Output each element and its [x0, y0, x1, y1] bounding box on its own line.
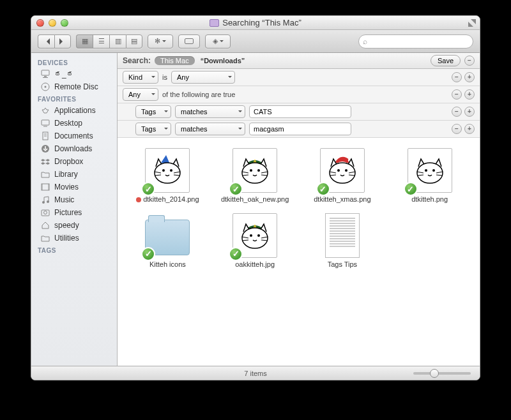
criteria-operator-dropdown[interactable]: matches: [175, 105, 245, 118]
add-criteria-button[interactable]: +: [464, 124, 475, 134]
main-pane: Search: This Mac“Downloads” Save − Kindi…: [118, 53, 480, 366]
fullscreen-icon[interactable]: [468, 19, 476, 27]
sidebar-item-documents[interactable]: Documents: [31, 130, 117, 142]
search-scope-bar: Search: This Mac“Downloads” Save −: [118, 53, 480, 69]
sidebar-item-dropbox[interactable]: Dropbox: [31, 155, 117, 168]
sidebar-item-label: Desktop: [54, 119, 82, 128]
sidebar-item-music[interactable]: Music: [31, 193, 117, 206]
sidebar-item-applications[interactable]: Applications: [31, 104, 117, 117]
result-item[interactable]: A✓dtkitteh_oak_new.png: [213, 146, 298, 207]
remove-criteria-button[interactable]: −: [452, 72, 462, 82]
sidebar-item-label: Remote Disc: [54, 82, 98, 91]
zoom-icon[interactable]: [61, 19, 68, 27]
criteria-operator-text: is: [162, 73, 167, 81]
sidebar-item-label: Utilities: [54, 234, 79, 243]
results-area[interactable]: ✓dtkitteh_2014.pngA✓dtkitteh_oak_new.png…: [118, 138, 480, 366]
remove-criteria-button[interactable]: −: [452, 89, 462, 100]
svg-point-17: [44, 211, 47, 214]
save-search-button[interactable]: Save: [431, 55, 461, 66]
back-button[interactable]: [38, 34, 54, 49]
search-icon: ⌕: [363, 37, 367, 46]
search-input[interactable]: [358, 34, 473, 49]
result-item[interactable]: Tags Tips: [300, 211, 385, 272]
sidebar-item-label: Movies: [54, 183, 79, 191]
title-bar[interactable]: Searching “This Mac”: [31, 16, 480, 30]
criteria-row: Tagsmatches−+: [118, 103, 480, 121]
svg-point-14: [42, 201, 45, 204]
svg-point-45: [425, 169, 427, 172]
svg-rect-12: [42, 184, 43, 190]
down-icon: [40, 144, 50, 154]
icon-size-slider[interactable]: [413, 372, 471, 375]
action-menu-button[interactable]: ✻: [148, 34, 173, 49]
criteria-value-input[interactable]: [249, 123, 351, 135]
svg-point-4: [45, 86, 47, 88]
svg-point-30: [257, 169, 260, 172]
add-criteria-button[interactable]: +: [464, 89, 475, 100]
sidebar-item-label: Applications: [54, 106, 96, 115]
coverflow-view-button[interactable]: ▤: [126, 34, 142, 49]
sidebar-item-downloads[interactable]: Downloads: [31, 142, 117, 155]
criteria-value-dropdown[interactable]: Any: [171, 71, 235, 84]
sidebar-item-pictures[interactable]: Pictures: [31, 206, 117, 219]
result-name: dtkitteh_oak_new.png: [221, 195, 289, 204]
close-icon[interactable]: [36, 19, 44, 27]
svg-point-19: [155, 163, 180, 183]
docs-icon: [40, 131, 50, 141]
tag-button[interactable]: [178, 34, 200, 49]
criteria-attribute-dropdown[interactable]: Kind: [123, 71, 158, 84]
apps-icon: [40, 105, 50, 116]
desktop-icon: [40, 118, 50, 128]
forward-button[interactable]: [54, 34, 71, 49]
scope-thismac[interactable]: This Mac: [155, 56, 195, 65]
sidebar-item-desktop[interactable]: Desktop: [31, 117, 117, 130]
remove-criteria-button[interactable]: −: [452, 124, 462, 134]
sidebar-header: TAGS: [31, 244, 117, 255]
add-criteria-button[interactable]: +: [464, 72, 475, 82]
sidebar-item-label: Music: [54, 195, 74, 204]
criteria-attribute-dropdown[interactable]: Any: [123, 88, 158, 101]
dropbox-menu-button[interactable]: ◈: [205, 34, 231, 49]
folder-icon: [40, 169, 50, 179]
result-item[interactable]: ✓dtkitteh_2014.png: [125, 146, 210, 207]
svg-rect-13: [48, 184, 49, 190]
sidebar-item--[interactable]: ಠ_ಠ: [31, 68, 117, 80]
svg-point-28: [242, 163, 268, 183]
result-name: Tags Tips: [328, 260, 357, 269]
sidebar-item-movies[interactable]: Movies: [31, 181, 117, 193]
sidebar-item-remote-disc[interactable]: Remote Disc: [31, 80, 117, 93]
minimize-icon[interactable]: [49, 19, 56, 27]
criteria-attribute-dropdown[interactable]: Tags: [135, 105, 171, 118]
svg-point-55: [257, 234, 260, 237]
home-icon: [40, 220, 50, 230]
sidebar-item-speedy[interactable]: speedy: [31, 219, 117, 232]
criteria-operator-dropdown[interactable]: matches: [175, 123, 245, 135]
remove-search-button[interactable]: −: [464, 56, 475, 66]
result-item[interactable]: ✓dtkitteh.png: [387, 146, 472, 207]
svg-point-46: [432, 169, 435, 172]
criteria-row: Anyof the following are true−+: [118, 86, 480, 103]
criteria-value-input[interactable]: [249, 105, 351, 118]
dropbox-icon: [40, 156, 50, 167]
svg-point-29: [250, 169, 252, 172]
icon-view-button[interactable]: ▦: [76, 34, 93, 49]
add-criteria-button[interactable]: +: [464, 107, 475, 117]
sidebar-item-library[interactable]: Library: [31, 168, 117, 181]
svg-rect-0: [42, 70, 49, 75]
disc-icon: [40, 82, 50, 92]
synced-badge-icon: ✓: [316, 182, 330, 196]
search-scope-label: Search:: [123, 56, 151, 65]
folder-icon: [40, 233, 50, 243]
sidebar-item-utilities[interactable]: Utilities: [31, 232, 117, 244]
criteria-attribute-dropdown[interactable]: Tags: [135, 123, 171, 135]
svg-point-21: [170, 169, 172, 172]
column-view-button[interactable]: ▥: [109, 34, 126, 49]
remove-criteria-button[interactable]: −: [452, 107, 462, 117]
list-view-button[interactable]: ☰: [93, 34, 109, 49]
result-item[interactable]: ✓Kitteh icons: [125, 211, 210, 272]
scope-downloads[interactable]: “Downloads”: [195, 56, 251, 65]
svg-point-20: [162, 169, 165, 172]
result-item[interactable]: A✓oakkitteh.jpg: [213, 211, 298, 272]
synced-badge-icon: ✓: [404, 182, 418, 196]
result-item[interactable]: ✓dtkitteh_xmas.png: [300, 146, 385, 207]
